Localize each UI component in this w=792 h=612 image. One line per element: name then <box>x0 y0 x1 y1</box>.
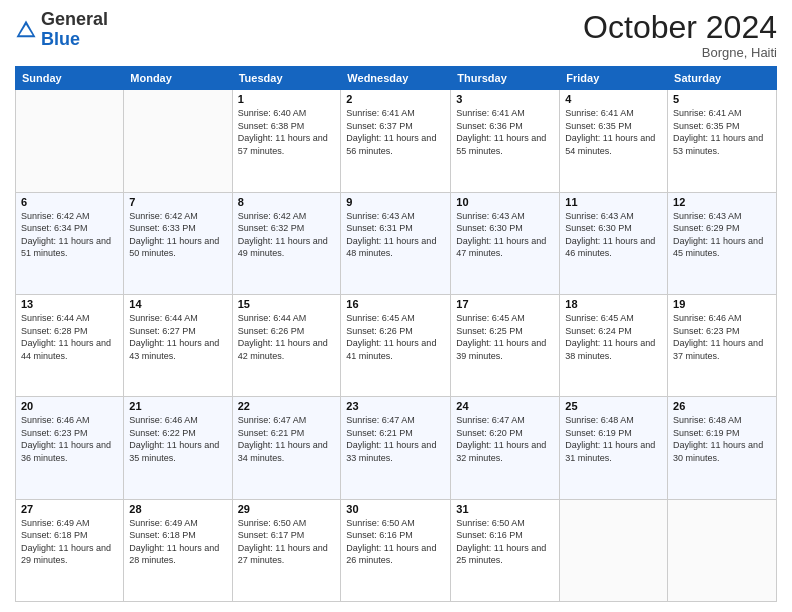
day-number: 19 <box>673 298 771 310</box>
day-cell: 26Sunrise: 6:48 AMSunset: 6:19 PMDayligh… <box>668 397 777 499</box>
logo-general: General <box>41 9 108 29</box>
day-header-tuesday: Tuesday <box>232 67 341 90</box>
day-number: 29 <box>238 503 336 515</box>
day-cell: 11Sunrise: 6:43 AMSunset: 6:30 PMDayligh… <box>560 192 668 294</box>
day-info: Sunrise: 6:44 AMSunset: 6:26 PMDaylight:… <box>238 312 336 362</box>
calendar-table: SundayMondayTuesdayWednesdayThursdayFrid… <box>15 66 777 602</box>
day-number: 24 <box>456 400 554 412</box>
day-info: Sunrise: 6:43 AMSunset: 6:30 PMDaylight:… <box>456 210 554 260</box>
day-number: 16 <box>346 298 445 310</box>
day-info: Sunrise: 6:41 AMSunset: 6:35 PMDaylight:… <box>565 107 662 157</box>
title-block: October 2024 Borgne, Haiti <box>583 10 777 60</box>
day-cell: 23Sunrise: 6:47 AMSunset: 6:21 PMDayligh… <box>341 397 451 499</box>
day-header-sunday: Sunday <box>16 67 124 90</box>
week-row-3: 13Sunrise: 6:44 AMSunset: 6:28 PMDayligh… <box>16 294 777 396</box>
day-cell: 27Sunrise: 6:49 AMSunset: 6:18 PMDayligh… <box>16 499 124 601</box>
day-info: Sunrise: 6:42 AMSunset: 6:34 PMDaylight:… <box>21 210 118 260</box>
day-number: 10 <box>456 196 554 208</box>
day-cell: 15Sunrise: 6:44 AMSunset: 6:26 PMDayligh… <box>232 294 341 396</box>
day-cell: 13Sunrise: 6:44 AMSunset: 6:28 PMDayligh… <box>16 294 124 396</box>
day-header-thursday: Thursday <box>451 67 560 90</box>
day-cell: 25Sunrise: 6:48 AMSunset: 6:19 PMDayligh… <box>560 397 668 499</box>
day-cell: 7Sunrise: 6:42 AMSunset: 6:33 PMDaylight… <box>124 192 232 294</box>
header: General Blue October 2024 Borgne, Haiti <box>15 10 777 60</box>
day-info: Sunrise: 6:43 AMSunset: 6:30 PMDaylight:… <box>565 210 662 260</box>
day-number: 1 <box>238 93 336 105</box>
day-info: Sunrise: 6:44 AMSunset: 6:27 PMDaylight:… <box>129 312 226 362</box>
day-number: 8 <box>238 196 336 208</box>
day-number: 4 <box>565 93 662 105</box>
logo-icon <box>15 19 37 41</box>
day-cell: 6Sunrise: 6:42 AMSunset: 6:34 PMDaylight… <box>16 192 124 294</box>
day-number: 14 <box>129 298 226 310</box>
day-number: 12 <box>673 196 771 208</box>
page: General Blue October 2024 Borgne, Haiti … <box>0 0 792 612</box>
day-info: Sunrise: 6:42 AMSunset: 6:33 PMDaylight:… <box>129 210 226 260</box>
day-cell: 20Sunrise: 6:46 AMSunset: 6:23 PMDayligh… <box>16 397 124 499</box>
day-number: 6 <box>21 196 118 208</box>
day-info: Sunrise: 6:46 AMSunset: 6:22 PMDaylight:… <box>129 414 226 464</box>
month-title: October 2024 <box>583 10 777 45</box>
day-info: Sunrise: 6:45 AMSunset: 6:25 PMDaylight:… <box>456 312 554 362</box>
day-cell: 3Sunrise: 6:41 AMSunset: 6:36 PMDaylight… <box>451 90 560 192</box>
day-cell: 22Sunrise: 6:47 AMSunset: 6:21 PMDayligh… <box>232 397 341 499</box>
day-number: 18 <box>565 298 662 310</box>
day-cell: 31Sunrise: 6:50 AMSunset: 6:16 PMDayligh… <box>451 499 560 601</box>
week-row-4: 20Sunrise: 6:46 AMSunset: 6:23 PMDayligh… <box>16 397 777 499</box>
day-info: Sunrise: 6:41 AMSunset: 6:36 PMDaylight:… <box>456 107 554 157</box>
week-row-1: 1Sunrise: 6:40 AMSunset: 6:38 PMDaylight… <box>16 90 777 192</box>
day-cell: 18Sunrise: 6:45 AMSunset: 6:24 PMDayligh… <box>560 294 668 396</box>
day-info: Sunrise: 6:42 AMSunset: 6:32 PMDaylight:… <box>238 210 336 260</box>
day-cell: 12Sunrise: 6:43 AMSunset: 6:29 PMDayligh… <box>668 192 777 294</box>
day-cell: 28Sunrise: 6:49 AMSunset: 6:18 PMDayligh… <box>124 499 232 601</box>
day-cell: 24Sunrise: 6:47 AMSunset: 6:20 PMDayligh… <box>451 397 560 499</box>
day-info: Sunrise: 6:45 AMSunset: 6:24 PMDaylight:… <box>565 312 662 362</box>
day-number: 9 <box>346 196 445 208</box>
day-cell: 9Sunrise: 6:43 AMSunset: 6:31 PMDaylight… <box>341 192 451 294</box>
day-number: 26 <box>673 400 771 412</box>
week-row-2: 6Sunrise: 6:42 AMSunset: 6:34 PMDaylight… <box>16 192 777 294</box>
location-subtitle: Borgne, Haiti <box>583 45 777 60</box>
day-number: 13 <box>21 298 118 310</box>
calendar-header-row: SundayMondayTuesdayWednesdayThursdayFrid… <box>16 67 777 90</box>
day-number: 27 <box>21 503 118 515</box>
day-info: Sunrise: 6:40 AMSunset: 6:38 PMDaylight:… <box>238 107 336 157</box>
day-number: 11 <box>565 196 662 208</box>
day-info: Sunrise: 6:44 AMSunset: 6:28 PMDaylight:… <box>21 312 118 362</box>
day-number: 20 <box>21 400 118 412</box>
logo-text: General Blue <box>41 10 108 50</box>
day-cell <box>16 90 124 192</box>
day-cell <box>124 90 232 192</box>
day-info: Sunrise: 6:46 AMSunset: 6:23 PMDaylight:… <box>21 414 118 464</box>
day-cell: 17Sunrise: 6:45 AMSunset: 6:25 PMDayligh… <box>451 294 560 396</box>
logo-blue: Blue <box>41 29 80 49</box>
day-info: Sunrise: 6:47 AMSunset: 6:20 PMDaylight:… <box>456 414 554 464</box>
day-number: 2 <box>346 93 445 105</box>
day-info: Sunrise: 6:50 AMSunset: 6:16 PMDaylight:… <box>456 517 554 567</box>
day-number: 30 <box>346 503 445 515</box>
day-info: Sunrise: 6:41 AMSunset: 6:37 PMDaylight:… <box>346 107 445 157</box>
day-cell: 29Sunrise: 6:50 AMSunset: 6:17 PMDayligh… <box>232 499 341 601</box>
day-cell: 5Sunrise: 6:41 AMSunset: 6:35 PMDaylight… <box>668 90 777 192</box>
day-cell: 4Sunrise: 6:41 AMSunset: 6:35 PMDaylight… <box>560 90 668 192</box>
day-info: Sunrise: 6:41 AMSunset: 6:35 PMDaylight:… <box>673 107 771 157</box>
day-info: Sunrise: 6:43 AMSunset: 6:31 PMDaylight:… <box>346 210 445 260</box>
day-number: 5 <box>673 93 771 105</box>
day-cell: 10Sunrise: 6:43 AMSunset: 6:30 PMDayligh… <box>451 192 560 294</box>
day-cell: 16Sunrise: 6:45 AMSunset: 6:26 PMDayligh… <box>341 294 451 396</box>
day-header-friday: Friday <box>560 67 668 90</box>
day-number: 22 <box>238 400 336 412</box>
day-header-saturday: Saturday <box>668 67 777 90</box>
day-cell <box>560 499 668 601</box>
day-number: 28 <box>129 503 226 515</box>
day-info: Sunrise: 6:46 AMSunset: 6:23 PMDaylight:… <box>673 312 771 362</box>
logo: General Blue <box>15 10 108 50</box>
day-number: 15 <box>238 298 336 310</box>
day-cell: 14Sunrise: 6:44 AMSunset: 6:27 PMDayligh… <box>124 294 232 396</box>
day-number: 17 <box>456 298 554 310</box>
day-cell: 8Sunrise: 6:42 AMSunset: 6:32 PMDaylight… <box>232 192 341 294</box>
day-info: Sunrise: 6:48 AMSunset: 6:19 PMDaylight:… <box>673 414 771 464</box>
day-cell: 19Sunrise: 6:46 AMSunset: 6:23 PMDayligh… <box>668 294 777 396</box>
day-header-wednesday: Wednesday <box>341 67 451 90</box>
day-number: 25 <box>565 400 662 412</box>
